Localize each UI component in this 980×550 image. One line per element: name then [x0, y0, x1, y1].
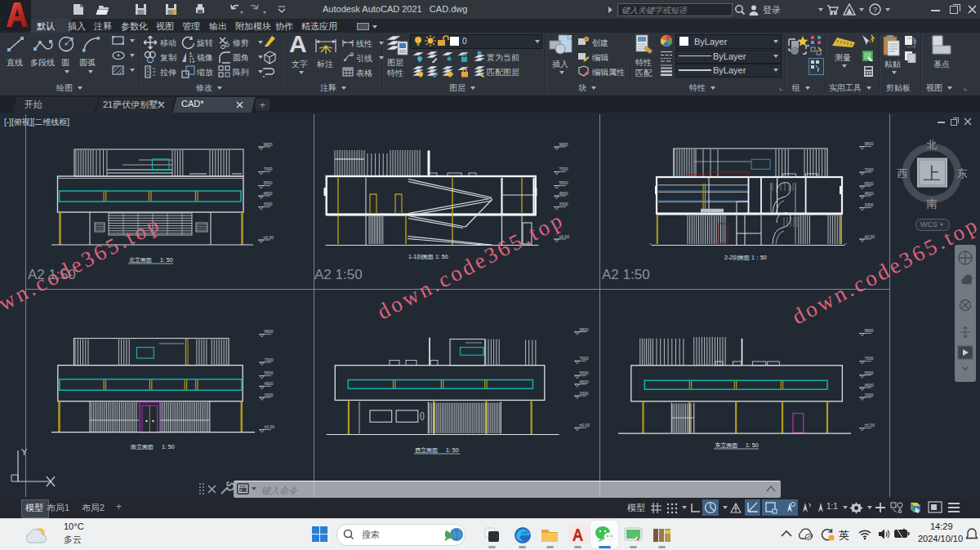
svg-text:3300: 3300	[580, 391, 589, 396]
svg-text:±0.00: ±0.00	[264, 235, 274, 240]
svg-text:4500: 4500	[265, 381, 274, 386]
svg-text:7000: 7000	[580, 356, 589, 361]
svg-text:5500: 5500	[865, 181, 874, 186]
svg-text:1: 50: 1: 50	[162, 444, 175, 450]
svg-text:5500: 5500	[265, 370, 274, 375]
svg-text:南立面图: 南立面图	[131, 444, 154, 450]
svg-text:A2 1:50: A2 1:50	[314, 267, 363, 282]
svg-text:±0.00: ±0.00	[865, 234, 875, 239]
svg-text:2-2剖面图 1：50: 2-2剖面图 1：50	[724, 255, 767, 261]
svg-text:9800: 9800	[265, 329, 274, 334]
svg-text:5500: 5500	[264, 180, 273, 185]
svg-text:9800: 9800	[580, 327, 589, 332]
svg-text:上: 上	[924, 164, 941, 183]
svg-text:3300: 3300	[265, 393, 274, 397]
svg-text:4500: 4500	[559, 191, 568, 196]
svg-text:1-1剖面图 1: 50: 1-1剖面图 1: 50	[408, 254, 448, 260]
svg-text:7000: 7000	[559, 166, 568, 171]
svg-text:北: 北	[927, 139, 938, 151]
svg-text:4500: 4500	[865, 191, 874, 196]
svg-text:7000: 7000	[264, 166, 273, 171]
svg-text:1: 50: 1: 50	[160, 257, 173, 263]
svg-text:5500: 5500	[559, 180, 568, 185]
svg-text:9800: 9800	[865, 328, 874, 333]
svg-text:A2 1:50: A2 1:50	[602, 267, 650, 282]
svg-text:±0.00: ±0.00	[580, 423, 590, 428]
svg-text:7000: 7000	[265, 357, 274, 362]
svg-text:北立面图: 北立面图	[129, 257, 152, 264]
svg-text:3300: 3300	[559, 202, 568, 206]
svg-text:9800: 9800	[559, 142, 568, 147]
svg-text:1: 50: 1: 50	[446, 447, 459, 453]
svg-text:5500: 5500	[865, 370, 874, 375]
svg-text:3300: 3300	[264, 202, 273, 206]
svg-text:3300: 3300	[865, 202, 874, 207]
svg-text:Y: Y	[21, 447, 28, 457]
svg-text:4500: 4500	[264, 191, 273, 196]
svg-text:1: 50: 1: 50	[746, 442, 759, 448]
svg-text:南: 南	[927, 197, 938, 210]
svg-text:?: ?	[873, 6, 877, 14]
svg-text:9800: 9800	[865, 141, 874, 146]
svg-text:3300: 3300	[865, 393, 874, 397]
svg-text:4500: 4500	[580, 379, 589, 384]
svg-text:7000: 7000	[865, 356, 874, 361]
svg-text:±0.00: ±0.00	[559, 234, 570, 239]
svg-text:西: 西	[898, 167, 908, 180]
svg-text:±0.00: ±0.00	[865, 423, 875, 428]
svg-text:西立面图: 西立面图	[415, 447, 438, 454]
svg-text:±0.00: ±0.00	[265, 424, 275, 429]
svg-text:5500: 5500	[580, 370, 589, 375]
svg-text:东: 东	[957, 167, 968, 180]
svg-text:4500: 4500	[865, 383, 874, 388]
svg-text:7000: 7000	[865, 167, 874, 172]
svg-text:down.code365.top: down.code365.top	[0, 211, 165, 328]
svg-text:down.code365.top: down.code365.top	[373, 206, 568, 324]
svg-text:东立面图: 东立面图	[715, 442, 738, 449]
svg-text:9800: 9800	[264, 142, 273, 147]
